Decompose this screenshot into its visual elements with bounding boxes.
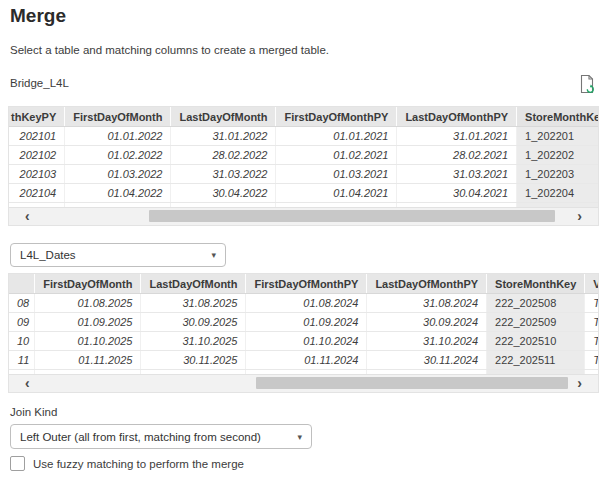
table-header-row: thKeyPY FirstDayOfMonth LastDayOfMonth F… [9,107,599,127]
merge-dialog: Merge Select a table and matching column… [0,0,605,480]
table-row: 202103 01.03.2022 31.03.2022 01.03.2021 … [9,165,599,184]
second-table-dropdown[interactable]: L4L_Dates ▾ [10,243,226,267]
scroll-left-icon[interactable]: ‹ [25,375,30,391]
fuzzy-matching-checkbox[interactable] [10,456,25,471]
scrollbar-thumb[interactable] [256,377,568,389]
cell[interactable]: 30.11.2025 [141,351,246,370]
cell[interactable]: 01.10.2024 [246,332,367,351]
cell[interactable]: 31.03.2022 [171,165,276,184]
column-header-firstdayofmonthpy[interactable]: FirstDayOfMonthPY [246,274,367,294]
page-title: Merge [10,5,66,27]
cell[interactable]: 28.02.2022 [171,146,276,165]
column-header-monthkeypy[interactable]: thKeyPY [9,107,65,127]
column-header-storemonthkey-selected[interactable]: StoreMonthKey [517,107,599,127]
cell[interactable]: 01.01.2022 [65,127,171,146]
cell[interactable]: 01.02.2022 [65,146,171,165]
cell[interactable]: 202101 [9,127,65,146]
table-row: 202104 01.04.2022 30.04.2022 01.04.2021 … [9,184,599,203]
fuzzy-matching-label[interactable]: Use fuzzy matching to perform the merge [33,458,244,470]
column-header-lastdayofmonthpy[interactable]: LastDayOfMonthPY [367,274,487,294]
join-kind-dropdown[interactable]: Left Outer (all from first, matching fro… [10,424,312,449]
second-table: FirstDayOfMonth LastDayOfMonth FirstDayO… [9,274,599,389]
cell[interactable]: 1_202203 [517,165,599,184]
cell[interactable]: 202102 [9,146,65,165]
column-header-firstdayofmonthpy[interactable]: FirstDayOfMonthPY [276,107,397,127]
scroll-right-icon[interactable]: › [577,375,582,391]
cell[interactable]: 01.01.2021 [276,127,397,146]
cell[interactable]: TRUE [585,294,599,313]
dialog-subtitle: Select a table and matching columns to c… [10,44,329,56]
column-header-storemonthkey-selected[interactable]: StoreMonthKey [487,274,585,294]
cell[interactable]: 01.08.2025 [35,294,141,313]
cell[interactable]: TRUE [585,313,599,332]
cell[interactable]: 28.02.2021 [397,146,517,165]
cell[interactable]: 202104 [9,184,65,203]
cell[interactable]: 30.11.2024 [367,351,487,370]
column-header-lastdayofmonth[interactable]: LastDayOfMonth [171,107,276,127]
cell[interactable]: 01.03.2022 [65,165,171,184]
cell[interactable]: 01.11.2024 [246,351,367,370]
cell[interactable]: 01.04.2022 [65,184,171,203]
table-row: 202102 01.02.2022 28.02.2022 01.02.2021 … [9,146,599,165]
cell[interactable]: 31.08.2024 [367,294,487,313]
cell[interactable]: 31.01.2021 [397,127,517,146]
table-row: 11 01.11.2025 30.11.2025 01.11.2024 30.1… [9,351,599,370]
cell[interactable]: TRUE [585,332,599,351]
cell[interactable]: 01.03.2021 [276,165,397,184]
scrollbar-thumb[interactable] [149,210,555,222]
table-row: 09 01.09.2025 30.09.2025 01.09.2024 30.0… [9,313,599,332]
cell[interactable]: 01.09.2025 [35,313,141,332]
join-kind-label: Join Kind [10,406,57,418]
cell[interactable]: 1_202202 [517,146,599,165]
cell[interactable]: 10 [9,332,35,351]
column-header-firstdayofmonth[interactable]: FirstDayOfMonth [35,274,141,294]
refresh-preview-icon[interactable] [578,74,596,94]
cell[interactable]: 1_202204 [517,184,599,203]
cell[interactable]: 222_202509 [487,313,585,332]
cell[interactable]: 30.09.2025 [141,313,246,332]
cell[interactable]: 222_202511 [487,351,585,370]
column-header-lastdayofmonthpy[interactable]: LastDayOfMonthPY [397,107,517,127]
column-header-lastdayofmonth[interactable]: LastDayOfMonth [141,274,246,294]
join-kind-dropdown-value: Left Outer (all from first, matching fro… [20,431,261,443]
first-table-preview: thKeyPY FirstDayOfMonth LastDayOfMonth F… [8,106,599,226]
cell[interactable]: 30.04.2021 [397,184,517,203]
first-table-name: Bridge_L4L [10,77,69,89]
cell[interactable]: 31.10.2024 [367,332,487,351]
cell[interactable]: 30.04.2022 [171,184,276,203]
cell[interactable]: 01.10.2025 [35,332,141,351]
fuzzy-matching-row: Use fuzzy matching to perform the merge [10,456,244,471]
second-table-hscrollbar[interactable]: ‹ › [9,374,598,392]
cell[interactable]: 202103 [9,165,65,184]
table-header-row: FirstDayOfMonth LastDayOfMonth FirstDayO… [9,274,599,294]
cell[interactable]: 01.09.2024 [246,313,367,332]
cell[interactable]: 08 [9,294,35,313]
cell[interactable]: TRUE [585,351,599,370]
cell[interactable]: 01.04.2021 [276,184,397,203]
scroll-right-icon[interactable]: › [577,208,582,224]
first-table-hscrollbar[interactable]: ‹ › [9,207,598,225]
first-table: thKeyPY FirstDayOfMonth LastDayOfMonth F… [9,107,599,222]
cell[interactable]: 09 [9,313,35,332]
table-row: 202101 01.01.2022 31.01.2022 01.01.2021 … [9,127,599,146]
cell[interactable]: 1_202201 [517,127,599,146]
cell[interactable]: 11 [9,351,35,370]
second-table-preview: FirstDayOfMonth LastDayOfMonth FirstDayO… [8,273,599,393]
cell[interactable]: 30.09.2024 [367,313,487,332]
cell[interactable]: 31.08.2025 [141,294,246,313]
cell[interactable]: 01.02.2021 [276,146,397,165]
cell[interactable]: 01.08.2024 [246,294,367,313]
cell[interactable]: 222_202510 [487,332,585,351]
cell[interactable]: 222_202508 [487,294,585,313]
scroll-left-icon[interactable]: ‹ [25,208,30,224]
table-row: 10 01.10.2025 31.10.2025 01.10.2024 31.1… [9,332,599,351]
cell[interactable]: 31.10.2025 [141,332,246,351]
cell[interactable]: 01.11.2025 [35,351,141,370]
table-row: 08 01.08.2025 31.08.2025 01.08.2024 31.0… [9,294,599,313]
cell[interactable]: 31.03.2021 [397,165,517,184]
column-header-firstdayofmonth[interactable]: FirstDayOfMonth [65,107,171,127]
cell[interactable]: 31.01.2022 [171,127,276,146]
column-header-cut[interactable] [9,274,35,294]
second-table-dropdown-value: L4L_Dates [20,249,76,261]
column-header-valid[interactable]: Valid [585,274,599,294]
